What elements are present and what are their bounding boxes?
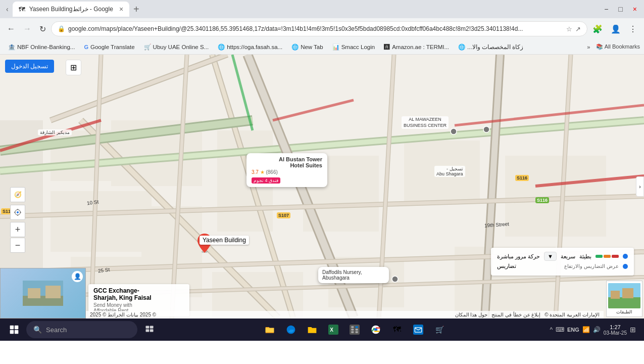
traffic-row-1: بطيئة سريعة ▼ حركة مرور مباشرة	[497, 252, 628, 261]
bookmark-favicon: 🌐	[218, 43, 225, 51]
zoom-in-button[interactable]: +	[10, 222, 25, 237]
lang-indicator[interactable]: ENG	[567, 327, 579, 333]
url-text: google.com/maps/place/Yaseen+Building/@2…	[68, 25, 563, 32]
bookmark-translate[interactable]: G Google Translate	[80, 43, 138, 51]
bookmarks-folder-button[interactable]: 📚 All Bookmarks	[596, 43, 640, 50]
hotel-card[interactable]: Al Bustan TowerHotel Suites 3.7 ★ (866) …	[246, 153, 327, 187]
map-container[interactable]: تسجيل الدخول ⊞ AL MAWAZEENBUSINESS CENTE…	[0, 55, 644, 318]
calc-icon[interactable]	[344, 320, 365, 340]
terrain-dot	[623, 264, 628, 269]
traffic-fast-label: سريعة	[561, 253, 575, 260]
bookmark-favicon: 🌐	[458, 43, 465, 51]
extensions-button[interactable]: 🧩	[589, 22, 606, 36]
bookmark-favicon: G	[84, 44, 88, 50]
traffic-dot	[623, 254, 628, 259]
business-name: GCC Exchange-Sharjah, King Faisal	[93, 287, 184, 301]
maps-taskbar-icon[interactable]: 🗺	[387, 320, 407, 340]
browser-chrome: ‹ 🗺 Yaseen Buildingخرائط - Google × + − …	[0, 0, 644, 55]
mail-icon[interactable]	[408, 320, 428, 340]
volume-icon[interactable]: 🔊	[593, 326, 601, 333]
keyboard-icon[interactable]: ⌨	[556, 326, 564, 333]
color-slow	[612, 255, 619, 258]
taskbar-apps: X 🗺	[162, 320, 548, 340]
tab-close-icon[interactable]: ×	[119, 5, 123, 13]
my-location-button[interactable]	[10, 205, 25, 220]
hotel-name: Al Bustan TowerHotel Suites	[252, 156, 322, 168]
nursery-card[interactable]: Daffodils Nursery,Abushagara	[318, 267, 389, 283]
opensooq-icon[interactable]: 🛒	[429, 320, 450, 340]
bookmark-ubuy[interactable]: 🛒 Ubuy UAE Online S...	[140, 42, 213, 52]
zoom-controls: + −	[10, 222, 25, 253]
bookmark-zakat[interactable]: 🌐 زكاة المخصصات والا...	[454, 42, 527, 52]
svg-rect-69	[15, 330, 19, 334]
traffic-live-label: حركة مرور مباشرة	[497, 253, 540, 260]
bookmark-nbf[interactable]: 🏦 NBF Online-Banking...	[4, 42, 79, 52]
signin-button[interactable]: تسجيل الدخول	[5, 60, 54, 73]
svg-rect-67	[15, 326, 19, 330]
tray-opensooq[interactable]: ⊞	[630, 326, 636, 334]
compass-button[interactable]: 🧭	[10, 187, 25, 202]
apps-grid-button[interactable]: ⊞	[66, 60, 81, 75]
clock-display[interactable]: 1:27 03-Mar-25	[604, 324, 627, 336]
tab-strip-back[interactable]: ‹	[4, 4, 11, 14]
bookmark-newtab[interactable]: 🌐 New Tab	[287, 42, 327, 52]
pegman-icon[interactable]: 👤	[72, 271, 83, 282]
street-view-thumbnail[interactable]: 👤	[0, 268, 86, 318]
task-view-button[interactable]	[139, 320, 160, 340]
star-icon[interactable]: ☆	[566, 25, 572, 33]
bookmark-favicon: 🅰	[384, 44, 390, 50]
share-icon[interactable]: ↗	[575, 25, 581, 33]
edge-icon[interactable]	[281, 320, 301, 340]
file-explorer-icon[interactable]	[260, 320, 280, 340]
copyright-links: الإمارات العربية المتحدة © إبلاغ عن خطأ …	[455, 312, 600, 317]
map-expand-arrow[interactable]: ›	[636, 176, 644, 197]
svg-rect-60	[28, 288, 40, 298]
svg-rect-73	[150, 329, 154, 332]
zoom-out-button[interactable]: −	[10, 238, 25, 253]
folder-icon[interactable]	[302, 320, 322, 340]
tab-favicon: 🗺	[19, 6, 25, 13]
bookmark-favicon: 📊	[332, 43, 339, 51]
svg-rect-65	[622, 288, 633, 298]
hotel-badge: فندق 4 نجوم	[252, 177, 280, 184]
chevron-tray-icon[interactable]: ^	[550, 326, 553, 333]
system-tray: ^ ⌨ ENG 📶 🔊 1:27 03-Mar-25 ⊞	[550, 324, 640, 336]
about-link[interactable]: حول هذا المكان	[455, 312, 488, 317]
back-button[interactable]: ←	[4, 22, 18, 35]
traffic-legend: بطيئة سريعة ▼ حركة مرور مباشرة عرض التضا…	[491, 248, 634, 276]
more-menu-button[interactable]: ⋮	[626, 22, 640, 36]
chrome-icon[interactable]	[366, 320, 386, 340]
color-fast	[596, 255, 603, 258]
profile-button[interactable]: 👤	[608, 22, 624, 36]
taskbar-search-bar[interactable]: 🔍 Search	[26, 321, 137, 338]
address-bar[interactable]: 🔒 google.com/maps/place/Yaseen+Building/…	[51, 21, 587, 36]
taskbar: 🔍 Search	[0, 318, 644, 341]
report-link[interactable]: إبلاغ عن خطأ في المنتج	[491, 312, 540, 317]
maximize-button[interactable]: □	[615, 4, 625, 14]
bookmarks-more-button[interactable]: »	[584, 43, 593, 51]
bookmark-fasah[interactable]: 🌐 https://oga.fasah.sa...	[214, 42, 286, 52]
uae-link[interactable]: الإمارات العربية المتحدة ©	[544, 312, 600, 317]
layers-button[interactable]: الطبقات	[606, 281, 644, 318]
network-icon[interactable]: 📶	[582, 326, 590, 333]
refresh-button[interactable]: ↻	[36, 22, 49, 36]
traffic-toggle[interactable]: ▼	[544, 252, 557, 261]
forward-button[interactable]: →	[20, 22, 34, 35]
close-button[interactable]: ×	[630, 4, 640, 14]
svg-rect-72	[146, 329, 150, 332]
bookmark-smacc[interactable]: 📊 Smacc Login	[328, 42, 379, 52]
title-bar-left: ‹ 🗺 Yaseen Buildingخرائط - Google × +	[4, 2, 141, 17]
bookmark-favicon: 🏦	[8, 43, 15, 51]
bookmark-amazon[interactable]: 🅰 Amazon.ae : TERMI...	[380, 43, 453, 51]
time-display: 1:27	[604, 324, 627, 330]
start-button[interactable]	[4, 320, 24, 340]
layers-thumbnail	[608, 283, 640, 308]
svg-rect-71	[150, 326, 154, 329]
excel-icon[interactable]: X	[323, 320, 343, 340]
tab-title: Yaseen Buildingخرائط - Google	[29, 6, 113, 13]
svg-rect-63	[608, 297, 640, 308]
new-tab-button[interactable]: +	[131, 2, 141, 17]
pin-label: Yaseen Building	[200, 236, 249, 245]
active-tab[interactable]: 🗺 Yaseen Buildingخرائط - Google ×	[13, 2, 129, 17]
minimize-button[interactable]: −	[601, 4, 611, 14]
